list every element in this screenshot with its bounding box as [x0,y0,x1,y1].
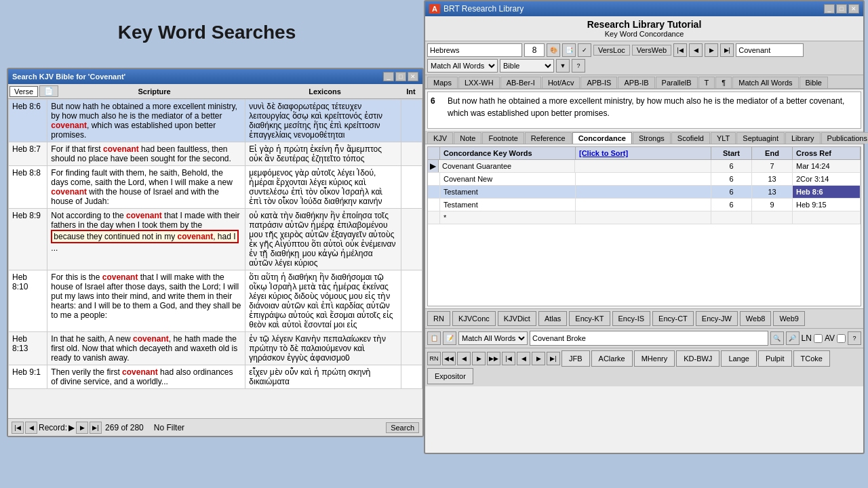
tab-strongs[interactable]: Strongs [633,132,671,144]
ln-checkbox[interactable] [814,334,823,343]
concordance-row[interactable]: Covenant New 6 13 2Cor 3:14 [428,173,861,186]
close-btn[interactable]: ✕ [408,72,418,81]
icon-btn1[interactable]: 📋 [427,331,441,345]
tab-bible[interactable]: Bible [800,77,828,88]
settings-btn[interactable]: ▼ [556,59,570,73]
table-row[interactable]: Heb 9:1 Then verily the first covenant h… [9,365,422,389]
nav-rn-btn[interactable]: RN [427,352,441,365]
nav-next-btn[interactable]: ▶ [705,43,718,57]
nav-fwd-btn[interactable]: ▶ [472,352,486,365]
tab-lxx[interactable]: LXX-WH [458,77,500,88]
av-checkbox[interactable] [837,334,846,343]
kd-bwj-btn[interactable]: KD-BWJ [676,350,719,367]
match-all-words-select[interactable]: Match All Words Match Words Match Any Wo… [427,59,498,73]
web9-btn[interactable]: Web9 [773,311,805,326]
concordance-row[interactable]: Testament 6 9 Heb 9:15 [428,199,861,211]
concordance-row-new[interactable]: * [428,211,861,224]
table-row[interactable]: Heb 8:6 But now hath he obtained a more … [9,100,422,142]
tab-apb-ib[interactable]: APB-IB [618,77,654,88]
first-record-btn[interactable]: |◀ [12,422,24,434]
nav-back-btn[interactable]: ◀ [457,352,471,365]
web8-btn[interactable]: Web8 [740,311,772,326]
mhenry-btn[interactable]: MHenry [634,350,675,367]
ency-kt-btn[interactable]: Ency-KT [569,311,610,326]
search-execute-btn[interactable]: 🔍 [770,331,784,345]
search-clear-btn[interactable]: 🔎 [786,331,800,345]
concordance-row[interactable]: ▶ Covenant Guarantee 6 7 Mar 14:24 [428,160,861,173]
versloc-btn[interactable]: VersLoc [593,45,630,56]
nav-first-btn[interactable]: |◀ [673,43,687,57]
brt-maximize-btn[interactable]: □ [836,4,847,14]
minimize-btn[interactable]: _ [383,72,394,81]
lange-btn[interactable]: Lange [721,350,757,367]
kjvconc-btn[interactable]: KJVConc [452,311,496,326]
scripture-scroll-area[interactable]: Heb 8:6 But now hath he obtained a more … [8,99,422,418]
nav-back-back-btn[interactable]: ◀◀ [442,352,456,365]
help-btn[interactable]: ? [572,59,585,73]
covenant-broke-input[interactable] [530,331,768,346]
book-input[interactable] [427,43,522,57]
ency-jw-btn[interactable]: Ency-JW [696,311,738,326]
brt-minimize-btn[interactable]: _ [824,4,835,14]
tcoke-btn[interactable]: TCoke [793,350,830,367]
verse-tab-btn[interactable]: Verse [9,86,38,97]
prev-record-btn[interactable]: ◀ [25,422,37,434]
ency-ct-btn[interactable]: Ency-CT [652,311,694,326]
help-btn2[interactable]: ? [848,331,861,345]
tab-reference[interactable]: Reference [525,132,572,144]
table-row[interactable]: Heb 8:13 In that he saith, A new covenan… [9,332,422,365]
check-btn[interactable]: ✓ [578,43,591,57]
pulpit-btn[interactable]: Pulpit [758,350,792,367]
tab-note[interactable]: Note [454,132,481,144]
conc-header-sort[interactable]: [Click to Sort] [576,147,711,159]
atlas-btn[interactable]: Atlas [538,311,567,326]
versweb-btn[interactable]: VersWeb [632,45,671,56]
table-row[interactable]: Heb 8:10 For this is the covenant that I… [9,270,422,332]
tab-concordance[interactable]: Concordance [572,132,632,144]
nav-last2-btn[interactable]: ▶| [547,352,560,365]
match-words-select2[interactable]: Match All Words Match Words [458,331,528,345]
bible-select[interactable]: Bible [500,59,554,73]
brt-close-btn[interactable]: ✕ [848,4,859,14]
nav-prev2-btn[interactable]: ◀ [517,352,530,365]
aclarke-btn[interactable]: AClarke [591,350,633,367]
tab-ylt[interactable]: YLT [711,132,736,144]
nav-last-btn[interactable]: ▶| [720,43,734,57]
rn-btn[interactable]: RN [427,311,450,326]
expositor-btn[interactable]: Expositor [427,368,473,384]
nav-prev-btn[interactable]: ◀ [689,43,703,57]
concordance-row[interactable]: Testament 6 13 Heb 8:6 [428,186,861,199]
doc-btn[interactable]: 📄 [39,85,58,97]
tab-library[interactable]: Library [785,132,821,144]
table-row[interactable]: Heb 8:8 For finding fault with them, he … [9,166,422,209]
jfb-btn[interactable]: JFB [561,350,590,367]
palette-btn[interactable]: 🎨 [547,43,560,57]
tab-scofield[interactable]: Scofield [671,132,710,144]
next-record-btn[interactable]: ▶ [76,422,88,434]
chapter-input[interactable] [524,43,545,57]
kjvdict-btn[interactable]: KJVDict [498,311,536,326]
icon-btn2[interactable]: 📝 [443,331,456,345]
tab-kjv[interactable]: KJV [427,132,453,144]
tab-septuagint[interactable]: Septuagint [736,132,785,144]
nav-first2-btn[interactable]: |◀ [502,352,515,365]
tab-t[interactable]: T [698,77,715,88]
tab-publications[interactable]: Publications [821,132,868,144]
tab-apb-is[interactable]: APB-IS [580,77,617,88]
nav-fwd-fwd-btn[interactable]: ▶▶ [487,352,500,365]
tab-hot[interactable]: Hot/Acv [542,77,580,88]
bookmark-btn[interactable]: 📑 [562,43,576,57]
tab-footnote[interactable]: Footnote [482,132,524,144]
concordance-search-input[interactable] [736,43,804,57]
tab-ab-ber[interactable]: AB-Ber-I [500,77,541,88]
maximize-btn[interactable]: □ [395,72,406,81]
last-record-btn[interactable]: ▶| [90,422,102,434]
tab-match-all[interactable]: Match All Words [732,77,798,88]
table-row[interactable]: Heb 8:9 Not according to the covenant th… [9,209,422,270]
nav-next2-btn[interactable]: ▶ [532,352,545,365]
ency-is-btn[interactable]: Ency-IS [612,311,651,326]
search-btn[interactable]: Search [386,422,419,433]
tab-para[interactable]: ¶ [715,77,732,88]
tab-parallelb[interactable]: ParallelB [656,77,698,88]
table-row[interactable]: Heb 8:7 For if that first covenant had b… [9,142,422,166]
